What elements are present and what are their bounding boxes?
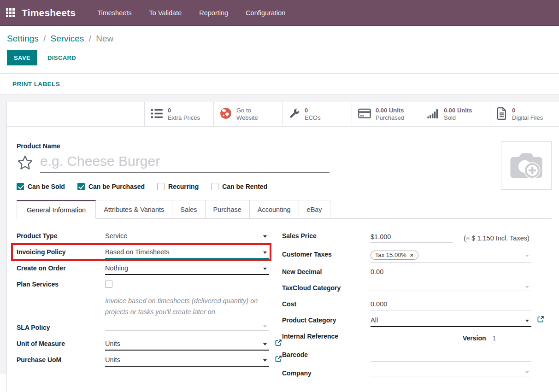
chevron-down-icon: [263, 252, 267, 254]
nav-item-timesheets[interactable]: Timesheets: [88, 9, 140, 17]
checkbox-checked-icon: [17, 183, 24, 190]
breadcrumb: Settings / Services / New: [7, 34, 552, 44]
create-on-order-select[interactable]: Nothing: [105, 263, 269, 275]
plan-services-checkbox[interactable]: [105, 281, 112, 288]
checkbox-can-be-purchased[interactable]: Can be Purchased: [77, 183, 145, 190]
stat-button-digital-files[interactable]: 0 Digital Files: [490, 102, 559, 126]
action-buttons: SAVE DISCARD: [7, 50, 552, 65]
field-label: Plan Services: [17, 279, 105, 288]
stat-button-go-to-website[interactable]: Go to Website: [213, 102, 282, 126]
stat-label: Website: [236, 114, 258, 122]
checkbox-can-be-sold[interactable]: Can be Sold: [17, 183, 65, 190]
checkbox-can-be-rented[interactable]: Can be Rented: [211, 183, 267, 190]
stat-value: 0: [512, 107, 543, 115]
external-link-icon[interactable]: [275, 355, 282, 363]
version-label: Version: [463, 334, 486, 342]
stat-label: Sold: [444, 114, 472, 122]
field-sla-policy: SLA Policy: [17, 322, 269, 334]
apps-grid-icon[interactable]: [6, 8, 15, 17]
remove-tag-icon[interactable]: [410, 252, 414, 258]
product-name-row: [17, 152, 552, 173]
field-label: Cost: [282, 299, 371, 308]
sales-price-input[interactable]: $1.000: [371, 232, 453, 243]
barcode-input[interactable]: [371, 351, 531, 362]
bar-chart-icon: [427, 108, 439, 120]
external-link-icon[interactable]: [275, 339, 282, 346]
list-icon: [151, 108, 163, 121]
field-barcode: Barcode: [282, 350, 531, 364]
stat-value: 0: [305, 107, 321, 115]
internal-reference-input[interactable]: [371, 333, 453, 343]
tab-accounting[interactable]: Accounting: [250, 200, 299, 218]
breadcrumb-separator: /: [89, 34, 91, 43]
chevron-down-icon: [525, 255, 529, 257]
customer-taxes-select[interactable]: Tax 15.00%: [371, 249, 531, 263]
tab-ebay[interactable]: eBay: [299, 200, 330, 218]
nav-item-to-validate[interactable]: To Validate: [141, 9, 191, 17]
chevron-down-icon: [263, 359, 267, 362]
tab-general-information[interactable]: General Information: [17, 200, 96, 219]
cost-input[interactable]: 0.000: [371, 299, 531, 310]
stat-button-purchased[interactable]: 0.00 Units Purchased: [352, 102, 421, 126]
purchase-uom-select[interactable]: Units: [105, 355, 269, 367]
product-image-upload[interactable]: [501, 141, 552, 190]
new-decimal-input[interactable]: 0.00: [371, 267, 531, 278]
field-label: Unit of Measure: [17, 339, 105, 347]
field-unit-of-measure: Unit of Measure Units: [17, 339, 269, 351]
breadcrumb-services[interactable]: Services: [51, 34, 84, 43]
unit-of-measure-select[interactable]: Units: [105, 339, 269, 351]
app-title[interactable]: Timesheets: [22, 7, 76, 18]
fields-left-column: Product Type Service Invoicing Policy Ba…: [17, 231, 269, 384]
field-internal-reference: Internal Reference Version 1: [282, 331, 531, 345]
chevron-down-icon: [525, 320, 529, 322]
form-sheet: 0 Extra Prices Go to Website: [6, 102, 559, 392]
general-information-fields: Product Type Service Invoicing Policy Ba…: [17, 231, 552, 384]
favorite-star-icon[interactable]: [17, 154, 34, 171]
breadcrumb-current: New: [96, 34, 113, 43]
nav-item-configuration[interactable]: Configuration: [237, 9, 294, 17]
print-labels-button[interactable]: PRINT LABELS: [12, 81, 60, 88]
capability-checkboxes: Can be Sold Can be Purchased Recurring C…: [17, 183, 552, 190]
company-select[interactable]: [371, 368, 531, 376]
stat-value: Go to: [236, 107, 258, 115]
stat-button-extra-prices[interactable]: 0 Extra Prices: [144, 102, 213, 126]
checkbox-recurring[interactable]: Recurring: [157, 183, 199, 190]
price-incl-taxes-text: (= $ 1.150 Incl. Taxes): [464, 234, 530, 242]
save-button[interactable]: SAVE: [7, 50, 37, 65]
stat-button-ecos[interactable]: 0 ECOs: [282, 102, 352, 126]
tab-purchase[interactable]: Purchase: [206, 200, 250, 218]
breadcrumb-settings[interactable]: Settings: [7, 34, 39, 43]
discard-button[interactable]: DISCARD: [45, 54, 79, 62]
sla-policy-select[interactable]: [105, 322, 269, 331]
fields-right-column: Sales Price $1.000 (= $ 1.150 Incl. Taxe…: [282, 231, 531, 384]
stat-value: 0.00 Units: [376, 107, 404, 115]
chevron-down-icon: [263, 268, 267, 270]
product-type-select[interactable]: Service: [105, 231, 269, 242]
control-panel: Settings / Services / New SAVE DISCARD: [0, 26, 559, 73]
chevron-down-icon: [263, 325, 267, 328]
field-label: SLA Policy: [17, 322, 105, 331]
nav-item-reporting[interactable]: Reporting: [190, 9, 237, 17]
checkbox-checked-icon: [77, 183, 85, 190]
breadcrumb-separator: /: [43, 34, 46, 43]
tab-sales[interactable]: Sales: [172, 200, 205, 218]
stat-button-sold[interactable]: 0.00 Units Sold: [421, 102, 490, 126]
taxcloud-category-select[interactable]: [371, 283, 531, 291]
invoicing-policy-select[interactable]: Based on Timesheets: [105, 247, 269, 259]
stat-buttons-row: 0 Extra Prices Go to Website: [7, 102, 559, 127]
file-icon: [496, 107, 507, 122]
field-cost: Cost 0.000: [282, 299, 531, 311]
external-link-icon[interactable]: [537, 316, 544, 323]
tab-attributes-variants[interactable]: Attributes & Variants: [96, 200, 172, 218]
field-label: Purchase UoM: [17, 355, 105, 363]
top-nav: Timesheets Timesheets To Validate Report…: [0, 0, 559, 26]
field-product-category: Product Category All: [282, 315, 531, 327]
product-name-input[interactable]: [40, 152, 330, 173]
field-new-decimal: New Decimal 0.00: [282, 267, 531, 279]
tax-tag: Tax 15.00%: [371, 251, 418, 260]
field-label: Product Category: [282, 315, 371, 324]
globe-icon: [220, 107, 232, 121]
checkbox-unchecked-icon: [211, 183, 218, 190]
version-value: 1: [493, 334, 496, 342]
product-category-select[interactable]: All: [371, 315, 531, 327]
